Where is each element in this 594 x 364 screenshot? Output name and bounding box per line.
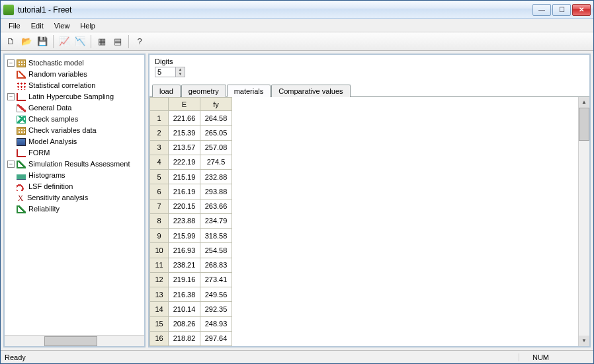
tree-lhs[interactable]: Latin Hypercube Sampling <box>28 91 114 102</box>
cell-E[interactable]: 216.93 <box>169 243 200 258</box>
row-header[interactable]: 3 <box>150 140 169 155</box>
tree-sim-results[interactable]: Simulation Results Assessment <box>28 159 130 170</box>
titlebar[interactable]: tutorial1 - Freet — ☐ ✕ <box>1 1 593 19</box>
tab-geometry[interactable]: geometry <box>181 85 226 97</box>
table-row[interactable]: 5215.19232.88 <box>150 170 232 184</box>
table-row[interactable]: 11238.21268.83 <box>150 258 232 272</box>
cell-E[interactable]: 222.19 <box>169 155 200 169</box>
cell-E[interactable]: 219.16 <box>169 272 200 287</box>
cell-fy[interactable]: 254.58 <box>200 243 232 258</box>
row-header[interactable]: 13 <box>150 287 169 302</box>
cell-E[interactable]: 215.99 <box>169 229 200 243</box>
close-button[interactable]: ✕ <box>572 4 591 16</box>
tab-materials[interactable]: materials <box>227 85 271 97</box>
col-header-fy[interactable]: fy <box>200 98 232 111</box>
tree-check-vars[interactable]: Check variables data <box>28 125 97 136</box>
chart1-button[interactable]: 📈 <box>57 34 71 49</box>
tree-histograms[interactable]: Histograms <box>28 170 65 181</box>
row-header[interactable]: 5 <box>150 170 169 184</box>
tree-stat-corr[interactable]: Statistical correlation <box>28 80 96 91</box>
digits-input[interactable] <box>155 67 175 77</box>
cell-E[interactable]: 221.66 <box>169 111 200 126</box>
tab-comparative[interactable]: Comparative values <box>271 85 350 97</box>
vscrollbar[interactable]: ▲ ▼ <box>578 97 589 346</box>
cell-fy[interactable]: 249.56 <box>200 287 232 302</box>
spin-up-icon[interactable]: ▲ <box>175 67 185 72</box>
menu-edit[interactable]: Edit <box>26 20 49 31</box>
cell-E[interactable]: 208.26 <box>169 316 200 331</box>
tree-form[interactable]: FORM <box>28 147 50 159</box>
cell-fy[interactable]: 268.83 <box>200 258 232 272</box>
row-header[interactable]: 16 <box>150 331 169 346</box>
scroll-up-icon[interactable]: ▲ <box>579 97 589 108</box>
tree-sensitivity[interactable]: Sensitivity analysis <box>27 192 88 203</box>
cell-fy[interactable]: 293.88 <box>200 184 232 199</box>
cell-E[interactable]: 213.57 <box>169 140 200 155</box>
cell-fy[interactable]: 265.05 <box>200 126 232 140</box>
tree-check-samples[interactable]: Check samples <box>28 114 78 125</box>
maximize-button[interactable]: ☐ <box>552 4 571 16</box>
spin-down-icon[interactable]: ▼ <box>175 72 185 77</box>
cell-fy[interactable]: 273.41 <box>200 272 232 287</box>
table-row[interactable]: 8223.88234.79 <box>150 213 232 228</box>
cell-fy[interactable]: 274.5 <box>200 155 232 169</box>
save-button[interactable]: 💾 <box>35 34 50 49</box>
row-header[interactable]: 7 <box>150 199 169 213</box>
table-row[interactable]: 12219.16273.41 <box>150 272 232 287</box>
cell-E[interactable]: 216.19 <box>169 184 200 199</box>
table-row[interactable]: 4222.19274.5 <box>150 155 232 169</box>
cell-E[interactable]: 218.82 <box>169 331 200 346</box>
row-header[interactable]: 11 <box>150 258 169 272</box>
help-button[interactable]: ? <box>132 34 147 49</box>
cell-fy[interactable]: 292.35 <box>200 302 232 316</box>
tree-hscrollbar[interactable] <box>5 335 144 346</box>
menu-file[interactable]: File <box>3 20 26 31</box>
cell-E[interactable]: 215.19 <box>169 170 200 184</box>
cell-fy[interactable]: 234.79 <box>200 213 232 228</box>
table-row[interactable]: 13216.38249.56 <box>150 287 232 302</box>
cell-E[interactable]: 210.14 <box>169 302 200 316</box>
tree-general-data[interactable]: General Data <box>28 102 71 114</box>
cell-E[interactable]: 215.39 <box>169 126 200 140</box>
row-header[interactable]: 10 <box>150 243 169 258</box>
row-header[interactable]: 9 <box>150 229 169 243</box>
new-button[interactable]: 🗋 <box>3 34 18 49</box>
row-header[interactable]: 12 <box>150 272 169 287</box>
cell-E[interactable]: 238.21 <box>169 258 200 272</box>
collapse-icon[interactable]: − <box>7 93 15 100</box>
scroll-down-icon[interactable]: ▼ <box>579 336 589 346</box>
open-button[interactable]: 📂 <box>19 34 34 49</box>
data-table[interactable]: E fy 1221.66264.582215.39265.053213.5725… <box>149 97 232 346</box>
row-header[interactable]: 2 <box>150 126 169 140</box>
table-row[interactable]: 9215.99318.58 <box>150 229 232 243</box>
table-row[interactable]: 15208.26248.93 <box>150 316 232 331</box>
minimize-button[interactable]: — <box>532 4 551 16</box>
menu-help[interactable]: Help <box>75 20 101 31</box>
tree-lsf[interactable]: LSF definition <box>28 181 73 192</box>
cell-E[interactable]: 223.88 <box>169 213 200 228</box>
cell-fy[interactable]: 297.64 <box>200 331 232 346</box>
row-header[interactable]: 14 <box>150 302 169 316</box>
menu-view[interactable]: View <box>49 20 75 31</box>
cell-fy[interactable]: 263.66 <box>200 199 232 213</box>
table-row[interactable]: 16218.82297.64 <box>150 331 232 346</box>
table-row[interactable]: 2215.39265.05 <box>150 126 232 140</box>
col-header-E[interactable]: E <box>169 98 200 111</box>
cell-E[interactable]: 216.38 <box>169 287 200 302</box>
tree-model-analysis[interactable]: Model Analysis <box>28 136 77 147</box>
cell-fy[interactable]: 264.58 <box>200 111 232 126</box>
grid1-button[interactable]: ▦ <box>95 34 109 49</box>
table-row[interactable]: 7220.15263.66 <box>150 199 232 213</box>
row-header[interactable]: 8 <box>150 213 169 228</box>
cell-fy[interactable]: 232.88 <box>200 170 232 184</box>
tree-random-vars[interactable]: Random variables <box>28 69 87 80</box>
chart2-button[interactable]: 📉 <box>73 34 87 49</box>
cell-fy[interactable]: 257.08 <box>200 140 232 155</box>
cell-fy[interactable]: 248.93 <box>200 316 232 331</box>
digits-spinner[interactable]: ▲▼ <box>155 67 185 77</box>
collapse-icon[interactable]: − <box>7 161 15 168</box>
tree-stochastic[interactable]: Stochastic model <box>28 57 84 69</box>
table-row[interactable]: 3213.57257.08 <box>150 140 232 155</box>
row-header[interactable]: 15 <box>150 316 169 331</box>
row-header[interactable]: 6 <box>150 184 169 199</box>
